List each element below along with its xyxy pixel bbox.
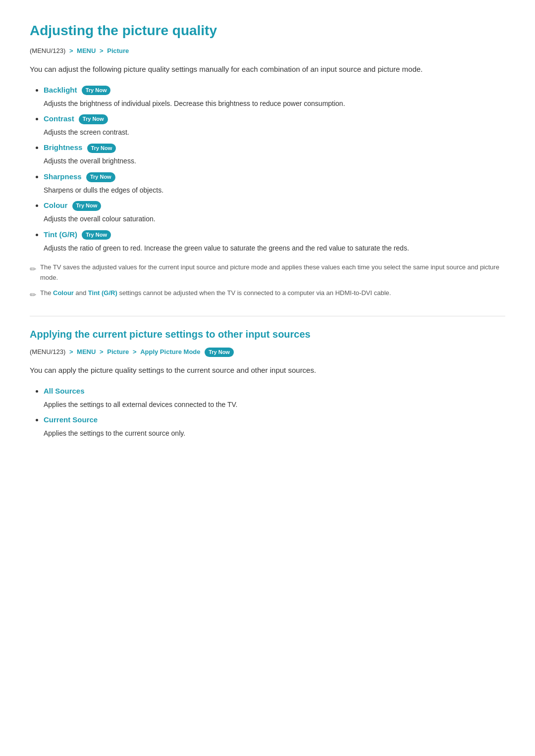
settings-list: Backlight Try Now Adjusts the brightness… [30, 84, 505, 253]
bc2-sep2: > [100, 348, 104, 355]
bc2-apply-picture-mode[interactable]: Apply Picture Mode [140, 348, 200, 355]
list-item: Contrast Try Now Adjusts the screen cont… [44, 113, 505, 138]
bc-menu[interactable]: MENU [77, 47, 96, 54]
notes-area: ✏ The TV saves the adjusted values for t… [30, 262, 505, 301]
note2-mid: and [74, 289, 88, 297]
note-2: ✏ The Colour and Tint (G/R) settings can… [30, 288, 505, 302]
try-now-apply-picture-mode[interactable]: Try Now [205, 348, 234, 357]
item-desc-brightness: Adjusts the overall brightness. [44, 155, 505, 166]
item-desc-contrast: Adjusts the screen contrast. [44, 127, 505, 138]
list-item: Sharpness Try Now Sharpens or dulls the … [44, 171, 505, 196]
note-text-2: The Colour and Tint (G/R) settings canno… [40, 288, 391, 299]
list-item: Colour Try Now Adjusts the overall colou… [44, 200, 505, 224]
intro-paragraph: You can adjust the following picture qua… [30, 63, 505, 75]
bc2-sep1: > [69, 348, 73, 355]
note2-before: The [40, 289, 53, 297]
item-desc-backlight: Adjusts the brightness of individual pix… [44, 98, 505, 109]
note-text-1: The TV saves the adjusted values for the… [40, 262, 505, 283]
bc2-picture[interactable]: Picture [107, 348, 129, 355]
bc2-sep3: > [133, 348, 137, 355]
page-title: Adjusting the picture quality [30, 20, 505, 42]
bc-picture[interactable]: Picture [107, 47, 129, 54]
section-divider [30, 316, 505, 316]
try-now-colour[interactable]: Try Now [72, 201, 102, 211]
list-item: Tint (G/R) Try Now Adjusts the ratio of … [44, 229, 505, 253]
item-label-current-source: Current Source [44, 415, 98, 424]
item-label-colour: Colour [44, 201, 67, 209]
bc2-prefix: (MENU/123) [30, 348, 65, 355]
item-label-brightness: Brightness [44, 143, 82, 151]
item-label-all-sources: All Sources [44, 387, 85, 395]
bc-sep1: > [69, 47, 73, 54]
note-1: ✏ The TV saves the adjusted values for t… [30, 262, 505, 283]
pencil-icon-2: ✏ [30, 289, 36, 302]
item-desc-current-source: Applies the settings to the current sour… [44, 428, 505, 439]
bc-prefix: (MENU/123) [30, 47, 65, 54]
try-now-sharpness[interactable]: Try Now [86, 172, 115, 182]
list-item: Backlight Try Now Adjusts the brightness… [44, 84, 505, 109]
breadcrumb-section2: (MENU/123) > MENU > Picture > Apply Pict… [30, 347, 505, 357]
note2-tint: Tint (G/R) [88, 289, 117, 297]
bc-sep2: > [100, 47, 104, 54]
item-label-contrast: Contrast [44, 114, 74, 123]
item-label-sharpness: Sharpness [44, 172, 82, 181]
section2-title: Applying the current picture settings to… [30, 326, 505, 342]
try-now-backlight[interactable]: Try Now [82, 86, 111, 96]
bc2-menu[interactable]: MENU [77, 348, 96, 355]
breadcrumb-section1: (MENU/123) > MENU > Picture [30, 46, 505, 56]
list-item: Current Source Applies the settings to t… [44, 414, 505, 439]
item-desc-tint: Adjusts the ratio of green to red. Incre… [44, 243, 505, 253]
note2-after: settings cannot be adjusted when the TV … [117, 289, 391, 297]
item-desc-colour: Adjusts the overall colour saturation. [44, 213, 505, 224]
note2-colour: Colour [53, 289, 74, 297]
pencil-icon-1: ✏ [30, 263, 36, 276]
try-now-brightness[interactable]: Try Now [87, 144, 116, 153]
section2-intro: You can apply the picture quality settin… [30, 364, 505, 376]
section2-settings-list: All Sources Applies the settings to all … [30, 385, 505, 439]
item-label-tint: Tint (G/R) [44, 230, 77, 239]
try-now-contrast[interactable]: Try Now [79, 114, 108, 124]
item-label-backlight: Backlight [44, 86, 77, 94]
item-desc-sharpness: Sharpens or dulls the edges of objects. [44, 185, 505, 196]
try-now-tint[interactable]: Try Now [82, 230, 111, 240]
list-item: Brightness Try Now Adjusts the overall b… [44, 142, 505, 166]
list-item: All Sources Applies the settings to all … [44, 385, 505, 410]
item-desc-all-sources: Applies the settings to all external dev… [44, 399, 505, 410]
